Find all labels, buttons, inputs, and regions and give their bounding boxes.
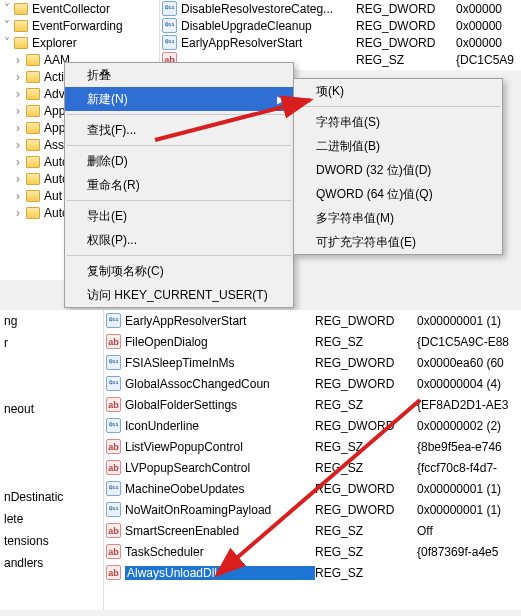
value-type: REG_DWORD	[356, 36, 456, 50]
value-type: REG_DWORD	[315, 377, 417, 391]
value-row[interactable]: ⁰¹¹IconUnderlineREG_DWORD0x00000002 (2)	[104, 415, 521, 436]
menu-item-label: 项(K)	[316, 83, 344, 100]
tree-item[interactable]	[0, 574, 103, 596]
menu-item[interactable]: 复制项名称(C)	[65, 259, 293, 283]
tree-item[interactable]	[0, 376, 103, 398]
value-row[interactable]: ⁰¹¹NoWaitOnRoamingPayloadREG_DWORD0x0000…	[104, 499, 521, 520]
value-name: SmartScreenEnabled	[125, 524, 315, 538]
tree-item-label: r	[4, 336, 8, 350]
reg-dword-icon: ⁰¹¹	[162, 18, 177, 33]
expand-icon[interactable]: ›	[16, 138, 26, 152]
value-type: REG_SZ	[315, 335, 417, 349]
expand-icon[interactable]: ˅	[4, 19, 14, 33]
menu-item[interactable]: 可扩充字符串值(E)	[294, 230, 502, 254]
expand-icon[interactable]: ›	[16, 155, 26, 169]
tree-item-label: Explorer	[32, 36, 77, 50]
reg-sz-icon: ab	[106, 397, 121, 412]
menu-item[interactable]: 新建(N)▶	[65, 87, 293, 111]
value-name: TaskScheduler	[125, 545, 315, 559]
value-data: {EF8AD2D1-AE3	[417, 398, 521, 412]
value-type: REG_SZ	[315, 440, 417, 454]
value-name: AlwaysUnloadDll	[125, 566, 315, 580]
tree-item[interactable]: ˅EventCollector	[0, 0, 159, 17]
menu-item-label: DWORD (32 位)值(D)	[316, 162, 431, 179]
registry-values-top[interactable]: ⁰¹¹DisableResolvestoreCateg...REG_DWORD0…	[160, 0, 521, 70]
expand-icon[interactable]: ›	[16, 121, 26, 135]
value-name: GlobalFolderSettings	[125, 398, 315, 412]
menu-item[interactable]: 二进制值(B)	[294, 134, 502, 158]
menu-item-label: 新建(N)	[87, 91, 128, 108]
tree-item[interactable]: nDestinatic	[0, 486, 103, 508]
menu-item[interactable]: 重命名(R)	[65, 173, 293, 197]
value-type: REG_SZ	[315, 461, 417, 475]
value-row[interactable]: abAlwaysUnloadDllREG_SZ	[104, 562, 521, 583]
folder-icon	[26, 71, 40, 83]
menu-item[interactable]: 折叠	[65, 63, 293, 87]
menu-separator	[67, 114, 291, 115]
folder-icon	[26, 139, 40, 151]
tree-item[interactable]: lete	[0, 508, 103, 530]
tree-item[interactable]: tensions	[0, 530, 103, 552]
value-row[interactable]: ⁰¹¹DisableResolvestoreCateg...REG_DWORD0…	[160, 0, 521, 17]
value-data: 0x00000	[456, 36, 521, 50]
value-data: 0x00000001 (1)	[417, 503, 521, 517]
menu-item[interactable]: 访问 HKEY_CURRENT_USER(T)	[65, 283, 293, 307]
expand-icon[interactable]: ˅	[4, 36, 14, 50]
expand-icon[interactable]: ›	[16, 70, 26, 84]
tree-item[interactable]: r	[0, 332, 103, 354]
menu-item[interactable]: 多字符串值(M)	[294, 206, 502, 230]
value-row[interactable]: abSmartScreenEnabledREG_SZOff	[104, 520, 521, 541]
value-row[interactable]: ⁰¹¹DisableUpgradeCleanupREG_DWORD0x00000	[160, 17, 521, 34]
menu-item[interactable]: DWORD (32 位)值(D)	[294, 158, 502, 182]
value-row[interactable]: abFileOpenDialogREG_SZ{DC1C5A9C-E88	[104, 331, 521, 352]
expand-icon[interactable]: ›	[16, 53, 26, 67]
registry-tree-bottom[interactable]: ngrneoutnDestinaticletetensionsandlers	[0, 310, 104, 610]
menu-item[interactable]: 导出(E)	[65, 204, 293, 228]
folder-icon	[14, 3, 28, 15]
expand-icon[interactable]: ›	[16, 189, 26, 203]
tree-item[interactable]	[0, 420, 103, 442]
menu-item[interactable]: QWORD (64 位)值(Q)	[294, 182, 502, 206]
expand-icon[interactable]: ›	[16, 104, 26, 118]
value-row[interactable]: abGlobalFolderSettingsREG_SZ{EF8AD2D1-AE…	[104, 394, 521, 415]
menu-item-label: 权限(P)...	[87, 232, 137, 249]
menu-item-label: 可扩充字符串值(E)	[316, 234, 416, 251]
expand-icon[interactable]: ›	[16, 206, 26, 220]
folder-icon	[14, 37, 28, 49]
value-row[interactable]: abTaskSchedulerREG_SZ{0f87369f-a4e5	[104, 541, 521, 562]
folder-icon	[26, 173, 40, 185]
expand-icon[interactable]: ›	[16, 87, 26, 101]
expand-icon[interactable]: ˅	[4, 2, 14, 16]
menu-item[interactable]: 字符串值(S)	[294, 110, 502, 134]
folder-icon	[26, 190, 40, 202]
tree-item[interactable]	[0, 354, 103, 376]
reg-dword-icon: ⁰¹¹	[106, 355, 121, 370]
value-row[interactable]: ⁰¹¹EarlyAppResolverStartREG_DWORD0x00000	[160, 34, 521, 51]
menu-item[interactable]: 查找(F)...	[65, 118, 293, 142]
value-row[interactable]: ⁰¹¹EarlyAppResolverStartREG_DWORD0x00000…	[104, 310, 521, 331]
context-menu-new[interactable]: 项(K)字符串值(S)二进制值(B)DWORD (32 位)值(D)QWORD …	[293, 78, 503, 255]
menu-item[interactable]: 权限(P)...	[65, 228, 293, 252]
tree-item-label: Aut	[44, 189, 62, 203]
value-row[interactable]: abLVPopupSearchControlREG_SZ{fccf70c8-f4…	[104, 457, 521, 478]
value-data: 0x00000001 (1)	[417, 482, 521, 496]
value-name: FileOpenDialog	[125, 335, 315, 349]
value-row[interactable]: abListViewPopupControlREG_SZ{8be9f5ea-e7…	[104, 436, 521, 457]
value-row[interactable]: ⁰¹¹GlobalAssocChangedCounREG_DWORD0x0000…	[104, 373, 521, 394]
registry-values-bottom[interactable]: ⁰¹¹EarlyAppResolverStartREG_DWORD0x00000…	[104, 310, 521, 610]
value-row[interactable]: ⁰¹¹MachineOobeUpdatesREG_DWORD0x00000001…	[104, 478, 521, 499]
tree-item[interactable]: ˅EventForwarding	[0, 17, 159, 34]
context-menu-main[interactable]: 折叠新建(N)▶查找(F)...删除(D)重命名(R)导出(E)权限(P)...…	[64, 62, 294, 308]
tree-item[interactable]: andlers	[0, 552, 103, 574]
tree-item[interactable]	[0, 464, 103, 486]
tree-item[interactable]	[0, 442, 103, 464]
tree-item[interactable]: neout	[0, 398, 103, 420]
menu-item[interactable]: 项(K)	[294, 79, 502, 103]
value-type: REG_DWORD	[356, 19, 456, 33]
menu-item[interactable]: 删除(D)	[65, 149, 293, 173]
value-row[interactable]: ⁰¹¹FSIASleepTimeInMsREG_DWORD0x0000ea60 …	[104, 352, 521, 373]
tree-item[interactable]: ˅Explorer	[0, 34, 159, 51]
tree-item[interactable]: ng	[0, 310, 103, 332]
expand-icon[interactable]: ›	[16, 172, 26, 186]
reg-dword-icon: ⁰¹¹	[106, 376, 121, 391]
